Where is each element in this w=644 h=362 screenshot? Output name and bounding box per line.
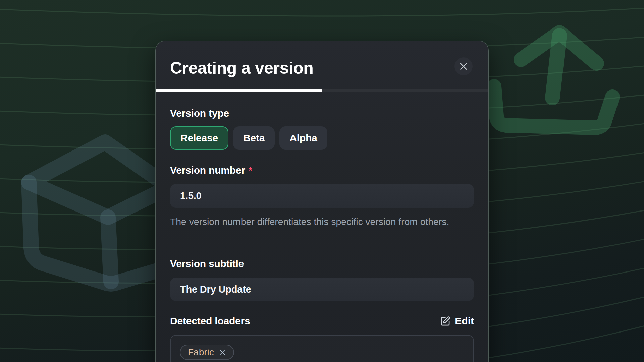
progress-bar-fill xyxy=(156,89,322,92)
detected-loaders-box: Fabric xyxy=(170,335,474,362)
edit-loaders-button[interactable]: Edit xyxy=(440,315,474,327)
upload-arrow-icon xyxy=(494,33,612,128)
x-icon xyxy=(219,349,226,356)
remove-fabric-loader-button[interactable] xyxy=(219,349,226,356)
version-number-label: Version number* xyxy=(170,164,252,177)
version-number-input[interactable] xyxy=(170,184,474,208)
square-pen-icon xyxy=(440,316,450,326)
required-asterisk: * xyxy=(249,165,252,176)
version-type-label: Version type xyxy=(170,107,229,120)
version-subtitle-label: Version subtitle xyxy=(170,257,244,270)
loader-chip-fabric: Fabric xyxy=(180,345,234,360)
version-type-options: Release Beta Alpha xyxy=(170,126,327,150)
create-version-modal: Creating a version Version type Release … xyxy=(155,41,489,362)
detected-loaders-label: Detected loaders xyxy=(170,314,250,328)
package-cube-icon xyxy=(29,142,172,284)
detected-loaders-row: Detected loaders Edit xyxy=(170,314,474,328)
close-button[interactable] xyxy=(454,57,473,75)
x-icon xyxy=(459,62,468,71)
edit-loaders-label: Edit xyxy=(455,315,474,327)
modal-title: Creating a version xyxy=(170,58,313,78)
progress-bar xyxy=(156,89,488,92)
version-type-release-button[interactable]: Release xyxy=(170,126,228,150)
version-number-help: The version number differentiates this s… xyxy=(170,214,460,229)
loader-chip-label: Fabric xyxy=(188,347,214,358)
version-type-beta-button[interactable]: Beta xyxy=(233,126,275,150)
version-subtitle-input[interactable] xyxy=(170,278,474,301)
version-type-alpha-button[interactable]: Alpha xyxy=(279,126,327,150)
